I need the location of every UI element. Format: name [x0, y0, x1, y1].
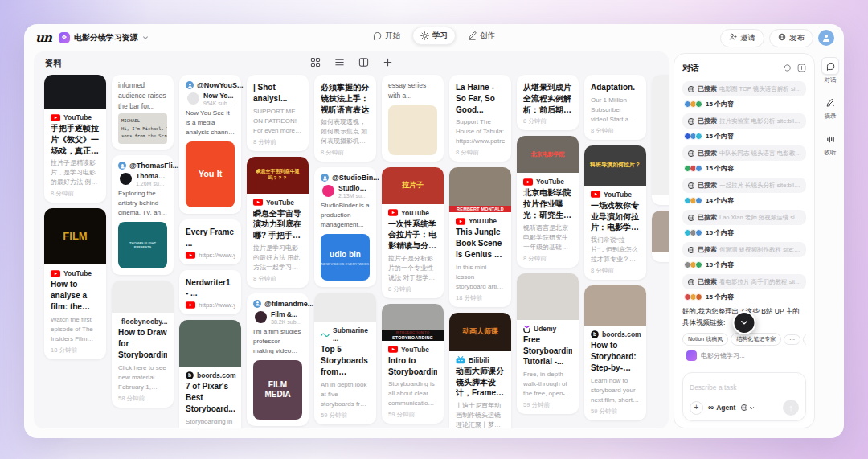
attach-button[interactable]: +	[690, 401, 703, 415]
result-favicons	[684, 261, 702, 268]
plus-view-icon[interactable]	[380, 55, 395, 68]
rail-item-收听[interactable]: 收听	[822, 131, 838, 157]
resource-card[interactable]: informed audience raises the bar for...M…	[112, 75, 174, 150]
resource-card[interactable]: Every Frame ...https://www.yo...	[179, 219, 241, 264]
card-description: Learn how to storyboard your next film, …	[591, 376, 640, 405]
channel-subscribers: 954K subscrib...	[203, 100, 235, 106]
resource-card[interactable]	[652, 75, 669, 205]
search-entry-results[interactable]: 15 个内容	[682, 225, 806, 238]
agent-selector[interactable]: ∞ Agent	[708, 404, 735, 412]
search-entry-pill[interactable]: 已搜索何溯洄 短视频制作教程 site:bilibili.c...	[682, 242, 806, 257]
card-source-name: Bilibili	[469, 356, 489, 364]
card-link[interactable]: https://www.yo...	[186, 252, 235, 259]
card-title: Intro to Storyboarding	[388, 355, 437, 378]
rail-item-摘录[interactable]: 摘录	[822, 95, 838, 121]
favicon-dot	[695, 197, 702, 204]
youtube-icon	[51, 270, 60, 277]
resource-card[interactable]: bboords.com7 of Pixar's Best Storyboard.…	[179, 320, 241, 428]
resource-card[interactable]: Nerdwriter1 - ...https://www.yo...	[179, 270, 241, 315]
scroll-to-bottom-button[interactable]	[733, 311, 756, 334]
search-entry-results[interactable]: 15 个内容	[682, 96, 806, 109]
channel-avatar	[187, 92, 199, 105]
search-entry-pill[interactable]: 已搜索电影圈 TOP 镜头语言解析 site:bilibil...	[682, 81, 806, 96]
search-entry-results[interactable]: 14 个内容	[682, 193, 806, 206]
search-entry-pill[interactable]: 已搜索Lao Xian 老师 短视频运镜 site:bilib...	[682, 210, 806, 225]
card-source-name: YouTube	[469, 217, 497, 225]
search-entry-pill[interactable]: 已搜索拉片实验室 电影分析 site:bilibili.com	[682, 113, 806, 129]
resource-card[interactable]: 从堪景到成片全流程实例解析：前后期各个部...8 分钟前	[517, 75, 579, 130]
channel-info: Film &...38.2K subscrib...	[253, 310, 302, 325]
channel-subscribers: 2.13M subscrib...	[338, 193, 370, 199]
card-source: YouTube	[456, 217, 505, 225]
resource-card[interactable]: @ThomasFli...Thomas...1.26M subscrib...E…	[112, 155, 174, 275]
resource-card[interactable]: @NowYouS...Now Yo...954K subscrib...Now …	[179, 75, 241, 214]
resource-card[interactable]: FILMYouTubeHow to analyse a film: the co…	[44, 208, 106, 359]
search-entry-pill[interactable]: 已搜索一起拉片 长镜头分析 site:bilibili.com	[682, 178, 806, 193]
resource-card[interactable]: 瞬息全宇宙到底牛逼吗？？？YouTube瞬息全宇宙导演功力到底在哪? 手把手逐帧…	[247, 157, 309, 288]
send-button[interactable]: ↑	[783, 400, 799, 416]
resource-card[interactable]: YouTube手把手逐帧拉片《教父》一场戏，真正精通...拉片子是精读影片，是学…	[44, 75, 106, 203]
search-entry-results[interactable]: 15 个内容	[682, 257, 806, 270]
topbar-actions: 邀请 发布	[720, 29, 834, 47]
new-chat-icon[interactable]	[797, 61, 806, 76]
card-thumbnail	[652, 75, 669, 195]
resource-card[interactable]: La Haine - So Far, So Good...Support The…	[449, 75, 511, 162]
resource-card[interactable]: 必须掌握的分镜技法上手：视听语言表达如何表现透视，如何展示焦点 如何表现摄影机的…	[314, 75, 376, 162]
more-pill[interactable]: ···	[784, 334, 800, 345]
app-logo[interactable]: un	[35, 32, 51, 44]
search-entry-results[interactable]: 15 个内容	[682, 129, 806, 141]
result-count: 15 个内容	[706, 132, 734, 141]
channel-text: StudioBinder2.13M subscrib...	[338, 184, 370, 199]
task-input[interactable]	[690, 383, 799, 400]
resource-card[interactable]: Submarine ...Top 5 Storyboards from Famo…	[314, 293, 376, 424]
resource-card[interactable]: 北京电影学院YouTube北京电影学院拉片作业曝光：研究生视听语言...视听语言…	[517, 136, 579, 267]
resource-card[interactable]: @filmandme...Film &...38.2K subscrib...I…	[247, 293, 309, 426]
resource-card[interactable]: 科班导演如何拉片？YouTube一场戏教你专业导演如何拉片：电影学院第一课我们常…	[584, 145, 646, 280]
card-thumbnail	[517, 273, 579, 320]
list-view-icon[interactable]	[332, 55, 346, 68]
resource-card[interactable]: | Shot analysi...SUPPORT ME ON PATREON! …	[247, 75, 309, 151]
invite-button[interactable]: 邀请	[720, 29, 764, 47]
nav-tab-开始[interactable]: 开始	[366, 27, 407, 44]
resource-card[interactable]: REMBERT MONTALDYouTubeThis Jungle Book S…	[449, 167, 511, 306]
resource-card[interactable]: floobynooby...How to Draw for Storyboard…	[112, 281, 174, 407]
resource-card[interactable]: INTRODUCTION TOSTORYBOARDINGYouTubeIntro…	[382, 304, 444, 424]
history-icon[interactable]	[783, 61, 792, 76]
search-entry-pill[interactable]: 已搜索看电影拉片 高手们的教程 site:bilibili.c...	[682, 274, 806, 289]
resource-card[interactable]: 拉片子YouTube一次性系统学会拉片子：电影精读与分析的系...拉片子是分析影…	[382, 167, 444, 298]
masonry-column: Adaptation.Our 1 Million Subscriber vide…	[584, 75, 646, 420]
thumbnail-text: udio bin	[327, 249, 363, 261]
pencil-icon	[468, 31, 477, 40]
nav-tab-创作[interactable]: 创作	[461, 27, 502, 44]
resource-card[interactable]: @StudioBin...StudioBinder2.13M subscrib.…	[314, 167, 376, 287]
card-title: 动画大师课分镜头脚本设计，Framed ink 中...	[456, 366, 505, 399]
user-avatar[interactable]	[818, 30, 834, 46]
card-link[interactable]: https://www.yo...	[186, 301, 235, 309]
rail-item-对话[interactable]: 对话	[821, 57, 839, 84]
style-pill[interactable]: Notion 线稿风	[682, 333, 728, 346]
materials-panel: 资料 YouTube手把手逐帧拉片《教父》一场戏，真正精通...拉片子是精读影片…	[34, 51, 669, 428]
resource-card[interactable]: UdemyFree Storyboarding Tutorial -...Fre…	[517, 273, 579, 414]
card-timestamp: 8 分钟前	[591, 127, 640, 135]
publish-button[interactable]: 发布	[769, 29, 813, 47]
search-entry-results[interactable]: 15 个内容	[682, 289, 806, 302]
grid-view-icon[interactable]	[308, 55, 322, 68]
sliders-icon[interactable]	[803, 334, 806, 346]
nav-tab-学习[interactable]: 学习	[412, 27, 456, 45]
search-entry-pill[interactable]: 已搜索中队长同志 镜头语言 电影教学 site:...	[682, 145, 806, 161]
workspace-switcher[interactable]: ❖ 电影分镜学习资源	[59, 32, 149, 43]
board-reference-chip[interactable]: 电影分镜学习...	[682, 350, 806, 361]
columns-view-icon[interactable]	[356, 55, 371, 68]
resource-card[interactable]: essay series with a...	[382, 75, 444, 162]
globe-icon	[687, 117, 695, 125]
card-thumbnail	[179, 320, 241, 367]
resource-card[interactable]: Adaptation.Our 1 Million Subscriber vide…	[584, 75, 646, 140]
style-pill[interactable]: 结构化笔记专家	[731, 333, 781, 346]
resource-card[interactable]: bboords.comHow to Storyboard: Step-by-St…	[584, 285, 646, 420]
resource-card[interactable]	[652, 211, 669, 262]
search-entry-results[interactable]: 15 个内容	[682, 161, 806, 174]
search-entry: 已搜索Lao Xian 老师 短视频运镜 site:bilib...15 个内容	[682, 210, 806, 238]
card-thumbnail: 拉片子	[382, 167, 444, 204]
resource-card[interactable]: 动画大师课Bilibili动画大师课分镜头脚本设计，Framed ink 中..…	[449, 313, 511, 428]
web-access-selector[interactable]	[740, 404, 755, 412]
